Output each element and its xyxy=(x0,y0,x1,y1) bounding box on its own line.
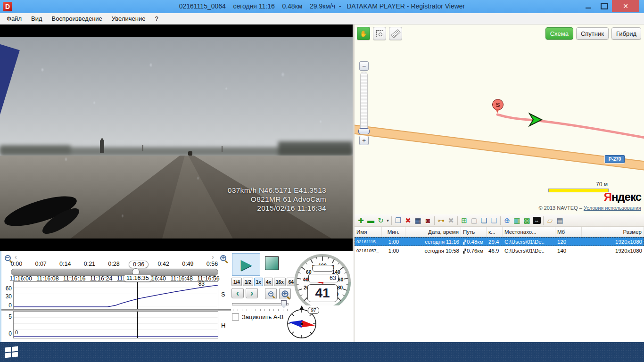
zoom-select-icon[interactable] xyxy=(373,27,386,40)
more-dropdown-icon[interactable]: ▾ xyxy=(386,215,390,226)
speed-1x-button[interactable]: 1x xyxy=(254,278,263,286)
cell-min: 1:00 xyxy=(382,248,405,254)
col-path[interactable]: Путь xyxy=(461,227,487,237)
speed-curve xyxy=(14,285,218,307)
mode-satellite-button[interactable]: Спутник xyxy=(576,27,609,40)
height-axis-label: H xyxy=(221,322,225,329)
table-row[interactable]: 02161057_ 1:00 сегодня 10:58 ▞0.76км 46.… xyxy=(355,246,644,255)
play-button[interactable]: ▶ xyxy=(232,253,260,276)
track-start-marker: S xyxy=(492,99,504,110)
volume-slider[interactable] xyxy=(232,303,289,305)
speed-y-label: 30 xyxy=(2,293,12,300)
col-k[interactable]: к... xyxy=(487,227,503,237)
col-name[interactable]: Имя xyxy=(355,227,382,237)
map-zoom-out-button[interactable]: − xyxy=(359,61,369,71)
time-tick: 0:14 xyxy=(56,261,74,268)
chart-icon[interactable]: ▥ xyxy=(512,215,522,226)
play-icon: ▶ xyxy=(240,257,251,272)
ruler-icon[interactable] xyxy=(389,27,402,40)
add-frame-icon[interactable]: ⊞ xyxy=(459,215,469,226)
speed-axis-label: S xyxy=(221,291,225,298)
col-datetime[interactable]: Дата, время xyxy=(405,227,461,237)
menu-bar: Файл Вид Воспроизведение Увеличение ? xyxy=(0,13,644,25)
next-clip-button[interactable]: › xyxy=(246,288,258,298)
loop-label: Зациклить A-B xyxy=(242,313,283,321)
copy-icon[interactable]: ❐ xyxy=(393,215,403,226)
map-zoom-in-button[interactable]: + xyxy=(359,136,369,145)
loop-checkbox[interactable] xyxy=(232,313,239,321)
file-table: Имя Мин. Дата, время Путь к... Местонахо… xyxy=(355,227,644,255)
add-icon[interactable]: ✚ xyxy=(356,215,366,226)
refresh-icon[interactable]: ↻ xyxy=(376,215,386,226)
menu-file[interactable]: Файл xyxy=(2,15,26,22)
timeline-slider[interactable] xyxy=(11,269,218,276)
cell-mb: 140 xyxy=(555,248,582,254)
graph-zoom-out-icon[interactable] xyxy=(265,288,277,299)
pan-hand-icon[interactable]: ✋ xyxy=(357,27,370,40)
yandex-logo-red: Я xyxy=(604,190,611,203)
taskbar: S D▶ ▴ C ) РУС 21:30 16.02.2015 xyxy=(0,342,644,362)
speed-graph[interactable]: 83 xyxy=(13,281,218,309)
chart-add-icon[interactable]: ▩ xyxy=(522,215,532,226)
menu-playback[interactable]: Воспроизведение xyxy=(47,15,107,22)
map-zoom-handle[interactable] xyxy=(358,128,370,134)
cell-k: 46.9 xyxy=(487,248,503,254)
cell-date: сегодня 10:58 xyxy=(405,248,461,254)
cell-location: C:\Users\01\De.. xyxy=(503,248,555,254)
window-buttons: ✕ xyxy=(580,0,639,12)
folder-search-icon[interactable]: ▱ xyxy=(545,215,555,226)
timeline-scroll-left[interactable]: ‹ xyxy=(15,253,17,261)
height-graph[interactable]: 0 xyxy=(13,311,218,338)
layers-alt-icon[interactable]: ❏ xyxy=(489,215,499,226)
terms-link[interactable]: Условия использования xyxy=(584,205,641,211)
map-view[interactable]: S Р-270 ✋ Схема Спутник Гибрид − + 70 м … xyxy=(355,25,644,214)
col-min[interactable]: Мин. xyxy=(382,227,405,237)
minimize-button[interactable] xyxy=(580,0,596,12)
map-zoom-scale[interactable] xyxy=(360,72,368,133)
speed-peak-label: 83 xyxy=(198,280,205,287)
fullscreen-icon[interactable]: ↔ xyxy=(533,217,541,224)
graph-cursor xyxy=(137,282,138,309)
speed-half-button[interactable]: 1/2 xyxy=(243,278,253,286)
speed-quarter-button[interactable]: 1/4 xyxy=(231,278,242,286)
speed-16x-button[interactable]: 16x xyxy=(274,278,286,286)
col-size[interactable]: Размер xyxy=(582,227,644,237)
notes-icon[interactable]: ▤ xyxy=(555,215,565,226)
table-row[interactable]: 02161115_ 1:00 сегодня 11:16 ▞0.48км 29.… xyxy=(355,237,644,246)
cell-k: 29.4 xyxy=(487,239,503,245)
yandex-logo-black: ндекс xyxy=(611,190,641,203)
globe-icon[interactable]: ⊕ xyxy=(502,215,512,226)
video-panel[interactable]: 037km/h N46.5171 E41.3513 O821MR 61 Advo… xyxy=(0,25,353,251)
cell-size: 1920x1080 xyxy=(582,239,644,245)
road-label: Р-270 xyxy=(605,155,625,163)
save-icon[interactable]: ▦ xyxy=(413,215,423,226)
stop-button[interactable] xyxy=(265,256,279,270)
graph-zoom-in-icon[interactable] xyxy=(279,288,291,299)
prev-clip-button[interactable]: ‹ xyxy=(231,288,244,298)
timeline-scroll-right[interactable]: › xyxy=(212,253,214,261)
mode-scheme-button[interactable]: Схема xyxy=(545,27,573,40)
delete-icon[interactable]: ✖ xyxy=(403,215,413,226)
close-button[interactable]: ✕ xyxy=(612,0,639,12)
maximize-button[interactable] xyxy=(596,0,612,12)
map-scale-bar xyxy=(548,189,609,192)
start-button[interactable] xyxy=(5,346,21,358)
snapshot-icon[interactable]: ◙ xyxy=(423,215,433,226)
speed-4x-button[interactable]: 4x xyxy=(264,278,273,286)
window-title: 02161115_0064 сегодня 11:16 0.48км 29.9к… xyxy=(0,2,644,10)
file-toolbar: ✚ ▬ ↻ ▾ ❐ ✖ ▦ ◙ ⊶ ✖ ⊞ ▢ ❏ ❏ ⊕ ▥ ▩ ↔ ▱ ▤ xyxy=(355,214,644,227)
col-mb[interactable]: Мб xyxy=(555,227,582,237)
menu-zoom[interactable]: Увеличение xyxy=(107,15,150,22)
remove-icon[interactable]: ▬ xyxy=(366,215,376,226)
menu-help[interactable]: ? xyxy=(150,15,163,22)
key-icon[interactable]: ⊶ xyxy=(436,215,446,226)
time-tick: 0:07 xyxy=(32,261,50,268)
col-location[interactable]: Местонахо... xyxy=(503,227,555,237)
mode-hybrid-button[interactable]: Гибрид xyxy=(611,27,641,40)
dashcam-frame: 037km/h N46.5171 E41.3513 O821MR 61 Advo… xyxy=(0,37,353,239)
layers-icon[interactable]: ❏ xyxy=(479,215,489,226)
osd-datetime: 2015/02/16 11:16:34 xyxy=(228,204,326,213)
height-start-label: 0 xyxy=(15,329,18,335)
cell-path: ▞0.76км xyxy=(461,248,487,254)
menu-view[interactable]: Вид xyxy=(26,15,47,22)
